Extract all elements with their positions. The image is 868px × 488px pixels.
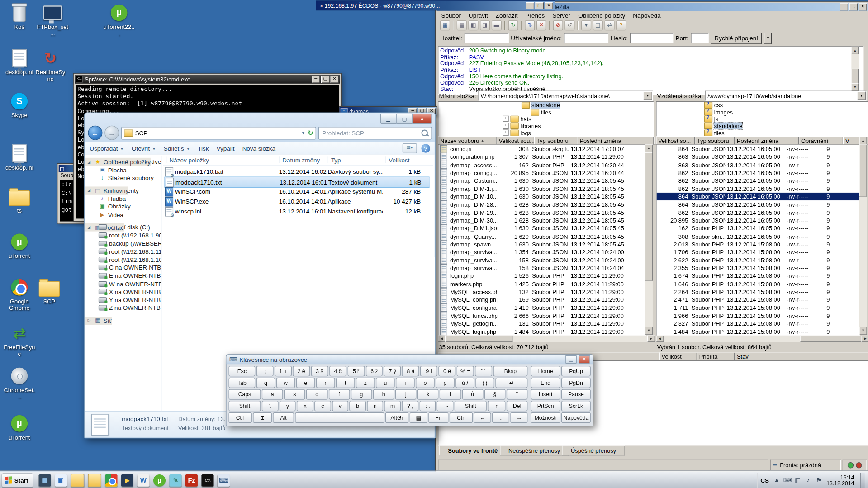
file-row[interactable]: dynmap_DIM-10...1 630Soubor JSON13.12.20… — [438, 193, 645, 201]
key-Insert[interactable]: Insert — [531, 389, 560, 399]
find-files-icon[interactable]: ? — [616, 20, 626, 30]
key-ú-/[interactable]: ú / — [455, 378, 474, 388]
hidden-icons-icon[interactable]: ▲ — [773, 477, 780, 484]
quickconnect-button[interactable]: Rychlé připojení — [711, 33, 762, 43]
column-header[interactable]: Poslední změna — [735, 137, 799, 144]
file-row[interactable]: dynmap_DIM-29...1 628Soubor JSON13.12.20… — [438, 208, 645, 217]
desktop-icon-folder[interactable]: SCP — [33, 278, 65, 304]
tab-1[interactable]: Neúspěšné přenosy — [500, 445, 569, 455]
key-v[interactable]: v — [332, 401, 348, 411]
utorrent-icon[interactable]: µ — [153, 474, 166, 486]
view-options-button[interactable]: ▦▾ — [403, 143, 417, 153]
menu-item[interactable]: Přenos — [522, 12, 548, 19]
help-button[interactable]: ? — [421, 144, 430, 153]
column-header[interactable]: Oprávnění — [799, 137, 843, 144]
key-4-č[interactable]: 4 č — [329, 366, 346, 376]
sidebar-item[interactable]: E na OWNER-NTB — [85, 272, 161, 280]
menu-item[interactable]: Oblíbené položky — [575, 12, 629, 19]
local-folder-combo[interactable]: W:\home\modpack\1710\dynmap\web\standalo… — [479, 91, 653, 101]
file-row[interactable]: modpack1710.txt13.12.2014 16:01Textový d… — [164, 176, 430, 187]
tree-item[interactable]: +libraries — [438, 123, 653, 129]
explorer-window-icon[interactable]: ▣ — [55, 474, 67, 486]
key-i[interactable]: i — [396, 378, 415, 388]
file-row[interactable]: 863Soubor JSON13.12.2014 16:05:00-rw-r--… — [657, 153, 859, 161]
close-button[interactable]: ✕ — [545, 2, 553, 9]
local-tree-view-icon[interactable]: ◧ — [468, 20, 478, 30]
key-¨[interactable]: ¨ — [507, 389, 528, 399]
column-header[interactable]: Velikost — [659, 353, 697, 360]
maximize-button[interactable]: ▢ — [536, 2, 544, 9]
tab-2[interactable]: Úspěšné přenosy — [562, 445, 625, 455]
desktop-icon-chrome[interactable]: Google Chrome — [3, 278, 35, 311]
key-g[interactable]: g — [351, 389, 372, 399]
chevron-down-icon[interactable]: ▼ — [301, 130, 306, 135]
desktop-icon-utorrent[interactable]: µuTorrent22... — [103, 3, 135, 36]
show-desktop-button[interactable] — [860, 473, 865, 488]
file-row[interactable]: 864Soubor JSON13.12.2014 16:05:00-rw-r--… — [657, 200, 859, 208]
key-Ctrl[interactable]: Ctrl — [450, 412, 473, 423]
file-row[interactable]: 1 484Soubor PHP13.12.2014 15:08:00-rw-r-… — [657, 327, 859, 336]
password-input[interactable] — [630, 33, 673, 43]
log-scrollbar[interactable]: ▲ ▼ — [851, 47, 859, 91]
file-row[interactable]: MySQL_funcs.php2 666Soubor PHP13.12.2014… — [438, 312, 645, 320]
key-Home[interactable]: Home — [531, 366, 560, 376]
filezilla-icon[interactable]: Fz — [185, 474, 198, 486]
key-f[interactable]: f — [328, 389, 350, 399]
file-row[interactable]: 2 327Soubor PHP13.12.2014 15:08:00-rw-r-… — [657, 319, 859, 327]
sidebar-item[interactable]: backup (\\WEBSERVER — [85, 239, 161, 247]
file-row[interactable]: config.js308Soubor skriptu ...13.12.2014… — [438, 145, 645, 153]
keyboard-icon[interactable]: ⌨ — [783, 477, 791, 484]
remote-folder-combo[interactable]: /www/dynmap-1710/web/standalone ▼ — [705, 91, 866, 101]
compare-directories-icon[interactable]: ◫ — [593, 20, 603, 30]
key-h[interactable]: h — [373, 389, 394, 399]
key-End[interactable]: End — [531, 378, 560, 388]
key-b[interactable]: b — [350, 401, 366, 411]
column-header[interactable]: Velikost sou... — [497, 137, 534, 144]
volume-icon[interactable]: ♪ — [804, 477, 812, 484]
minimize-button[interactable]: ▁ — [380, 114, 396, 124]
file-row[interactable]: dynmap_spawn.j...1 630Soubor JSON13.12.2… — [438, 240, 645, 248]
key-q[interactable]: q — [256, 378, 275, 388]
key-w[interactable]: w — [276, 378, 295, 388]
key-PgDn[interactable]: PgDn — [561, 378, 591, 388]
clock[interactable]: 16:14 13.12.2014 — [826, 474, 856, 486]
file-row[interactable]: dynmap_survival...158Soubor JSON13.12.20… — [438, 264, 645, 272]
sidebar-item[interactable]: root (\\192.168.1.110 — [85, 247, 161, 256]
local-list-scrollbar[interactable]: ▲ ▼ — [645, 144, 653, 335]
key-▤[interactable]: ▤ — [410, 412, 427, 423]
expander-icon[interactable]: ◢ — [87, 225, 92, 230]
file-row[interactable]: dynmap_DIM1.json1 630Soubor JSON13.12.20… — [438, 224, 645, 232]
command-uspořádat[interactable]: Uspořádat▼ — [90, 145, 124, 152]
tree-item[interactable]: standalone — [657, 123, 868, 129]
desktop-icon-folder[interactable]: ts — [3, 187, 35, 214]
desktop-icon-recycle-bin[interactable]: Koš — [3, 3, 35, 30]
close-button[interactable]: ✕ — [859, 3, 867, 10]
site-manager-icon[interactable]: ▦ — [440, 20, 450, 30]
remote-hscrollbar[interactable]: ◀ ▶ — [656, 336, 868, 342]
file-row[interactable]: 162Soubor PHP13.12.2014 16:05:00-rw-r---… — [657, 224, 859, 232]
tree-item[interactable]: ?tiles — [657, 129, 868, 136]
sidebar-group-1[interactable]: ◢▤Knihovny — [85, 186, 128, 194]
file-row[interactable]: configuration.php1 307Soubor PHP13.12.20… — [438, 153, 645, 161]
key-Esc[interactable]: Esc — [228, 366, 255, 376]
file-row[interactable]: WinSCP.exe16.10.2014 14:01Aplikace10 427… — [164, 196, 430, 206]
key-n[interactable]: n — [367, 401, 383, 411]
close-button[interactable]: ✕ — [331, 76, 339, 83]
file-row[interactable]: dynmap_DIM-1.j...1 630Soubor JSON13.12.2… — [438, 185, 645, 193]
column-header[interactable]: Poslední změna — [578, 137, 654, 144]
file-row[interactable]: dynmap_survival...158Soubor JSON13.12.20… — [438, 256, 645, 264]
back-button[interactable]: ← — [88, 126, 103, 140]
filter-icon[interactable]: ▼ — [581, 20, 591, 30]
key-a[interactable]: a — [262, 389, 283, 399]
key-PgUp[interactable]: PgUp — [561, 366, 591, 376]
key-Možnosti[interactable]: Možnosti — [531, 412, 560, 423]
file-row[interactable]: 862Soubor JSON13.12.2014 16:05:00-rw-r--… — [657, 169, 859, 177]
column-header[interactable]: Stav — [735, 353, 868, 360]
key-§[interactable]: § — [484, 389, 506, 399]
key-↑[interactable]: ↑ — [488, 401, 505, 411]
key-ˇ-´[interactable]: ˇ ´ — [475, 366, 492, 376]
chevron-down-icon[interactable]: ▼ — [857, 91, 866, 100]
tree-item[interactable]: ?js — [657, 116, 868, 123]
cancel-operation-icon[interactable]: ✕ — [536, 20, 546, 30]
file-row[interactable]: 308Soubor skri...13.12.2014 16:05:00-rw-… — [657, 232, 859, 241]
